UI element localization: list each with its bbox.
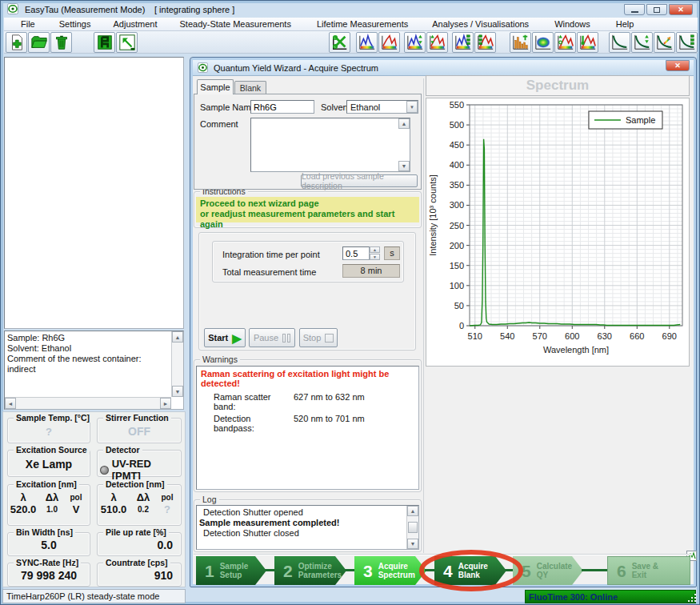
menu-file[interactable]: File: [12, 18, 44, 30]
menu-analyses[interactable]: Analyses / Visualisations: [423, 18, 538, 30]
h-scrollbar[interactable]: ◄ ►: [5, 397, 171, 409]
scroll-left-icon[interactable]: ◄: [5, 398, 16, 409]
excitation-group: Excitation [nm] λ Δλ pol 520.0 1.0 V: [7, 484, 90, 526]
spectrum-red-series-button[interactable]: [426, 32, 448, 53]
contour-plot-button[interactable]: [532, 32, 554, 53]
excitation-wavelength: 520.0: [8, 503, 38, 516]
menu-lifetime[interactable]: Lifetime Measurements: [308, 18, 417, 30]
integration-spinner[interactable]: ▲ ▼: [370, 246, 380, 260]
batch-mode-button[interactable]: [94, 32, 115, 53]
excitation-source-value: Xe Lamp: [8, 458, 90, 471]
exit-arrow-icon: [118, 34, 136, 51]
step-6-save-exit[interactable]: 6 Save &Exit: [607, 556, 690, 585]
svg-text:400: 400: [450, 160, 464, 170]
new-document-button[interactable]: [6, 32, 27, 53]
wizard-icon: [198, 62, 208, 74]
log-scroll-thumb[interactable]: [408, 522, 418, 533]
info-line: Comment of the newest container:: [7, 354, 170, 364]
log-scrollbar[interactable]: ▲ ▼: [406, 506, 418, 549]
detection-wavelength: 510.0: [98, 503, 130, 516]
log-scroll-down-icon[interactable]: ▼: [407, 539, 418, 549]
sample-info-box: Sample: Rh6G Solvent: Ethanol Comment of…: [4, 331, 184, 410]
countrate-value: 910: [98, 569, 181, 582]
comment-scroll-down-icon[interactable]: ▼: [398, 161, 410, 171]
spectrum-red-bars-button[interactable]: [474, 32, 496, 53]
step-3-acquire-spectrum[interactable]: 3 AcquireSpectrum: [354, 556, 426, 585]
step-4-acquire-blank[interactable]: 4 AcquireBlank: [434, 556, 506, 585]
histogram-time-button[interactable]: [510, 32, 531, 53]
resize-grip[interactable]: [687, 593, 697, 603]
detector-value: UV-RED [PMT]: [112, 458, 181, 482]
exit-measurement-mode-button[interactable]: [116, 32, 138, 53]
adjustment-tools-button[interactable]: [329, 32, 350, 53]
v-scrollbar[interactable]: ▲ ▼: [171, 331, 183, 397]
svg-text:300: 300: [450, 200, 464, 210]
delete-trash-button[interactable]: [50, 32, 72, 53]
spectrum-red-button[interactable]: [378, 32, 400, 53]
menu-steady-state[interactable]: Steady-State Measurements: [171, 18, 300, 30]
stop-button[interactable]: Stop: [299, 328, 338, 347]
total-time-label: Total measurement time: [222, 267, 316, 277]
step-5-calculate-qy[interactable]: 5 CalculateQY: [513, 556, 583, 585]
log-scroll-up-icon[interactable]: ▲: [407, 506, 418, 516]
load-previous-sample-button[interactable]: Load previous sample description: [301, 174, 418, 187]
tab-blank[interactable]: Blank: [234, 81, 266, 94]
sample-list[interactable]: [4, 57, 184, 329]
step-connector: [582, 569, 607, 571]
solvent-dropdown[interactable]: Ethanol ▼: [346, 100, 418, 114]
pause-icon: [282, 334, 290, 343]
spectrum-blue-bars-button[interactable]: [452, 32, 474, 53]
spin-down-icon[interactable]: ▼: [370, 254, 380, 260]
spectrum-blue-button[interactable]: [356, 32, 378, 53]
comment-scroll-up-icon[interactable]: ▲: [398, 118, 410, 129]
tools-icon: [331, 34, 349, 51]
scroll-up-icon[interactable]: ▲: [172, 331, 183, 343]
close-button[interactable]: ✕: [669, 4, 693, 15]
tab-sample[interactable]: Sample: [197, 79, 234, 94]
comment-textarea[interactable]: ▲ ▼: [250, 118, 410, 172]
step-2-optimize-parameters[interactable]: 2 OptimizeParameters: [274, 556, 346, 585]
menu-adjustment[interactable]: Adjustment: [104, 18, 166, 30]
svg-text:0: 0: [459, 321, 464, 331]
open-folder-button[interactable]: [28, 32, 50, 53]
start-button[interactable]: Start ▶: [204, 328, 246, 347]
maximize-button[interactable]: [646, 4, 667, 15]
open-folder-icon: [30, 34, 48, 51]
menu-help[interactable]: Help: [607, 18, 643, 30]
integration-time-input[interactable]: [342, 246, 370, 260]
spectrum-blue-series-icon: [406, 34, 424, 51]
spectrum-red-thermometer-button[interactable]: [577, 32, 598, 53]
decay-bars-button[interactable]: [676, 32, 698, 53]
dropdown-arrow-icon[interactable]: ▼: [406, 101, 418, 113]
wizard-close-button[interactable]: ✕: [666, 60, 690, 71]
pause-button[interactable]: Pause: [249, 328, 295, 347]
spectrum-red-temp-series-button[interactable]: [554, 32, 576, 53]
sample-name-input[interactable]: [250, 100, 314, 114]
window-context-label: [ integrating sphere ]: [154, 5, 234, 14]
scroll-right-icon[interactable]: ►: [160, 398, 171, 409]
spectrum-blue-series-button[interactable]: [404, 32, 426, 53]
sync-rate-value: 79 998 240: [8, 569, 90, 582]
spin-up-icon[interactable]: ▲: [370, 246, 380, 253]
app-icon: [7, 3, 18, 16]
decay-series-button[interactable]: [631, 32, 653, 53]
excitation-col-lambda: λ: [8, 491, 38, 503]
wizard-window: Quantum Yield Wizard - Acquire Spectrum …: [190, 57, 697, 587]
detection-col-pol: pol: [157, 491, 178, 503]
step-connector: [345, 569, 354, 571]
step-1-sample-setup[interactable]: 1 SampleSetup: [196, 556, 266, 585]
trash-icon: [53, 34, 70, 51]
minimize-button[interactable]: [624, 4, 645, 15]
instructions-box: Proceed to next wizard page or readjust …: [196, 197, 419, 222]
menu-settings[interactable]: Settings: [50, 18, 100, 30]
decay-colored-arrow-button[interactable]: [654, 32, 675, 53]
spectrum-header: Spectrum: [426, 75, 690, 96]
svg-text:690: 690: [662, 331, 677, 341]
svg-text:150: 150: [450, 261, 464, 270]
menu-windows[interactable]: Windows: [546, 18, 599, 30]
decay-button[interactable]: [609, 32, 630, 53]
measurement-group: Integration time per point ▲ ▼ s Total m…: [198, 232, 416, 351]
main-titlebar: EasyTau (Measurement Mode) [ integrating…: [4, 2, 696, 17]
scroll-down-icon[interactable]: ▼: [172, 386, 183, 397]
spectrum-red-temp-series-icon: [557, 34, 574, 51]
